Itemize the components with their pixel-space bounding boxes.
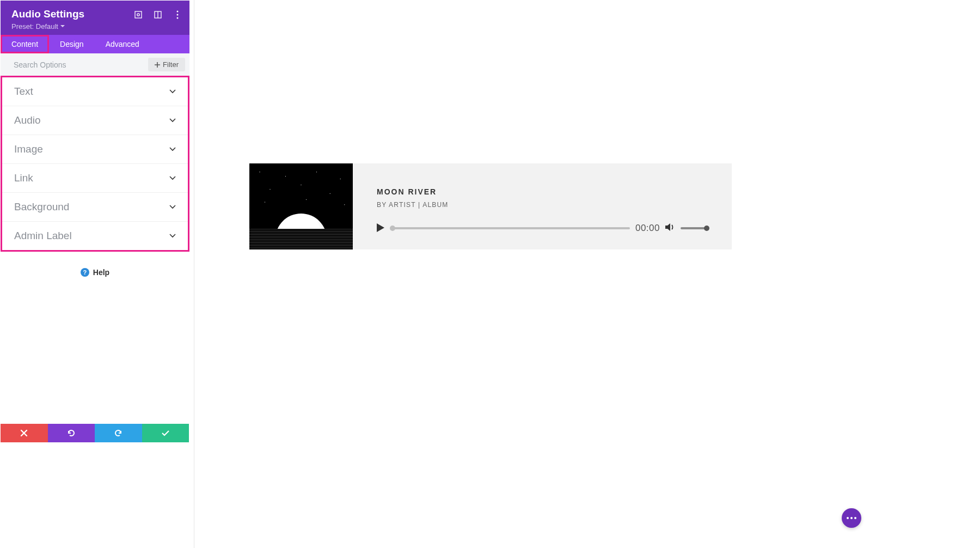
accordion-link[interactable]: Link xyxy=(2,164,188,193)
undo-icon xyxy=(67,429,76,437)
tab-advanced[interactable]: Advanced xyxy=(95,35,150,53)
filter-button[interactable]: Filter xyxy=(148,58,185,71)
chevron-down-icon xyxy=(169,147,176,151)
check-icon xyxy=(161,430,170,436)
mute-button[interactable] xyxy=(665,223,675,234)
floating-menu-button[interactable] xyxy=(842,508,861,528)
accordion-label: Audio xyxy=(14,114,41,126)
water-graphic xyxy=(249,229,353,249)
settings-panel: Audio Settings Preset: Default Content D… xyxy=(1,1,189,443)
svg-point-5 xyxy=(177,14,179,16)
accordion-audio[interactable]: Audio xyxy=(2,106,188,135)
chevron-down-icon xyxy=(169,118,176,123)
seek-handle[interactable] xyxy=(390,226,395,231)
accordion-label: Link xyxy=(14,172,33,184)
layout-icon[interactable] xyxy=(154,10,162,19)
tab-content[interactable]: Content xyxy=(1,35,49,53)
help-link[interactable]: ? Help xyxy=(1,268,189,277)
volume-icon xyxy=(665,223,675,232)
chevron-down-icon xyxy=(169,234,176,238)
accordion-image[interactable]: Image xyxy=(2,135,188,164)
caret-down-icon xyxy=(60,25,65,28)
chevron-down-icon xyxy=(169,176,176,180)
play-icon xyxy=(377,223,384,232)
accordion-admin-label[interactable]: Admin Label xyxy=(2,222,188,250)
svg-rect-0 xyxy=(135,11,142,18)
panel-header: Audio Settings Preset: Default xyxy=(1,1,189,35)
filter-label: Filter xyxy=(163,60,179,69)
chevron-down-icon xyxy=(169,89,176,94)
search-input[interactable] xyxy=(14,60,148,69)
action-bar xyxy=(1,424,189,442)
svg-point-1 xyxy=(137,14,139,16)
track-title: MOON RIVER xyxy=(377,187,708,196)
track-meta: BY ARTIST | ALBUM xyxy=(377,201,708,209)
cancel-button[interactable] xyxy=(1,424,48,442)
search-row: Filter xyxy=(1,53,189,76)
album-art xyxy=(249,163,353,249)
chevron-down-icon xyxy=(169,205,176,209)
accordion-label: Image xyxy=(14,143,43,155)
time-display: 00:00 xyxy=(635,223,660,234)
dots-icon xyxy=(847,517,856,519)
accordion-background[interactable]: Background xyxy=(2,193,188,222)
tab-design[interactable]: Design xyxy=(49,35,95,53)
preset-selector[interactable]: Preset: Default xyxy=(11,22,179,31)
track-info: MOON RIVER BY ARTIST | ALBUM 00:00 xyxy=(353,163,732,249)
tabs: Content Design Advanced xyxy=(1,35,189,53)
player-controls: 00:00 xyxy=(377,223,708,234)
accordion-text[interactable]: Text xyxy=(2,77,188,106)
audio-module-preview: MOON RIVER BY ARTIST | ALBUM 00:00 xyxy=(249,163,732,249)
preset-label: Preset: Default xyxy=(11,22,58,31)
svg-point-6 xyxy=(177,17,179,19)
volume-handle[interactable] xyxy=(704,226,709,231)
svg-point-4 xyxy=(177,11,179,13)
redo-button[interactable] xyxy=(95,424,142,442)
save-button[interactable] xyxy=(142,424,189,442)
panel-divider xyxy=(194,0,194,548)
undo-button[interactable] xyxy=(48,424,95,442)
accordion-label: Admin Label xyxy=(14,230,72,242)
accordion-label: Background xyxy=(14,201,69,213)
responsive-icon[interactable] xyxy=(134,10,143,19)
help-label: Help xyxy=(93,268,109,277)
more-icon[interactable] xyxy=(173,10,182,19)
help-icon: ? xyxy=(81,268,89,277)
accordion-label: Text xyxy=(14,86,33,98)
redo-icon xyxy=(114,429,122,437)
accordion-group: Text Audio Image Link Background Admin L… xyxy=(1,76,189,252)
play-button[interactable] xyxy=(377,223,387,233)
close-icon xyxy=(20,429,28,437)
plus-icon xyxy=(155,62,160,68)
volume-slider[interactable] xyxy=(681,227,708,229)
seek-bar[interactable] xyxy=(392,227,630,229)
